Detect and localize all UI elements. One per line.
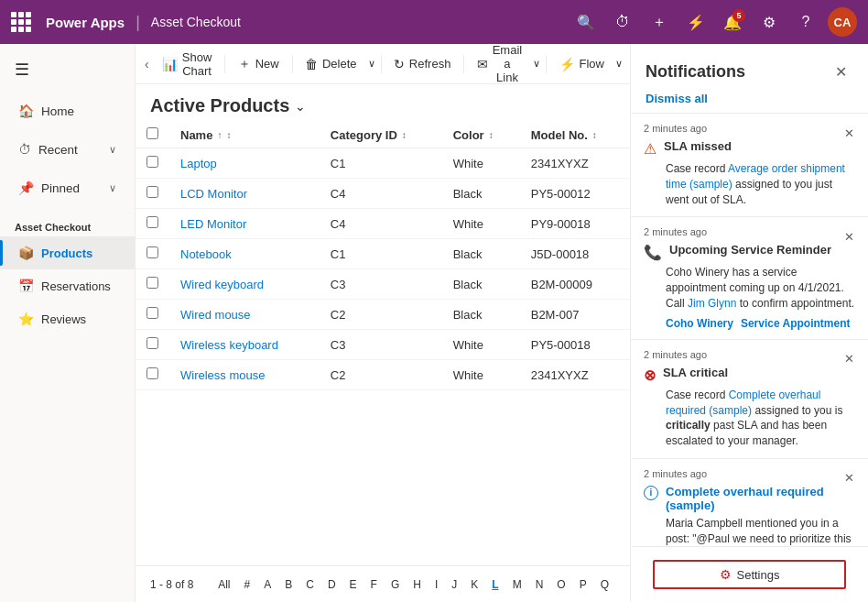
pagination-link[interactable]: N — [529, 575, 550, 595]
row-checkbox[interactable] — [146, 367, 158, 379]
notif-dismiss-4[interactable]: ✕ — [839, 468, 859, 488]
row-model: PY9-00018 — [520, 209, 630, 239]
row-checkbox[interactable] — [146, 307, 158, 319]
pagination-link[interactable]: L — [485, 575, 505, 595]
category-sort-icon[interactable]: ↕ — [402, 130, 407, 140]
search-icon[interactable]: 🔍 — [571, 7, 601, 37]
pagination-link[interactable]: K — [464, 575, 484, 595]
notif-time-4: 2 minutes ago — [644, 468, 855, 479]
pagination-link[interactable]: P — [573, 575, 593, 595]
pagination-link[interactable]: G — [385, 575, 406, 595]
delete-button[interactable]: 🗑 Delete — [298, 50, 364, 78]
overhaul-subject-link[interactable]: Complete overhaul required (sample) — [666, 485, 855, 512]
sla-missed-link[interactable]: Average order shipment time (sample) — [666, 162, 845, 191]
sidebar-item-pinned[interactable]: 📌 Pinned ∨ — [4, 170, 131, 206]
product-name-link[interactable]: Laptop — [180, 157, 217, 170]
settings-icon[interactable]: ⚙ — [754, 7, 784, 37]
row-checkbox[interactable] — [146, 246, 158, 258]
product-name-link[interactable]: Wireless mouse — [180, 368, 265, 382]
sort-toggle-icon[interactable]: ↕ — [226, 130, 231, 140]
pagination-link[interactable]: J — [445, 575, 463, 595]
sidebar-item-products[interactable]: 📦 Products — [0, 236, 135, 269]
row-checkbox[interactable] — [146, 186, 158, 198]
product-name-link[interactable]: Wireless keyboard — [180, 338, 278, 352]
product-name-link[interactable]: Wired keyboard — [180, 278, 264, 291]
sidebar-item-reservations[interactable]: 📅 Reservations — [0, 269, 135, 302]
pagination-link[interactable]: F — [364, 575, 384, 595]
pagination-link[interactable]: H — [407, 575, 428, 595]
pagination-link[interactable]: A — [257, 575, 277, 595]
select-all-checkbox[interactable] — [146, 127, 158, 139]
pagination-link[interactable]: O — [550, 575, 571, 595]
refresh-icon: ↻ — [394, 57, 405, 71]
apps-icon[interactable] — [11, 12, 31, 32]
row-name: Wired keyboard — [169, 269, 320, 300]
delete-dropdown-icon[interactable]: ∨ — [368, 51, 375, 77]
notif-dismiss-2[interactable]: ✕ — [839, 226, 859, 246]
recent-icon[interactable]: ⏱ — [608, 7, 637, 37]
pagination-link[interactable]: B — [278, 575, 298, 595]
product-name-link[interactable]: LED Monitor — [180, 217, 246, 231]
flow-label: Flow — [580, 57, 604, 71]
service-appointment-link[interactable]: Service Appointment — [741, 317, 851, 330]
pagination-link[interactable]: C — [299, 575, 320, 595]
show-chart-button[interactable]: 📊 Show Chart — [155, 50, 220, 78]
view-dropdown-icon[interactable]: ⌄ — [295, 99, 306, 114]
th-category[interactable]: Category ID ↕ — [320, 122, 442, 148]
hamburger-menu-icon[interactable]: ☰ — [0, 48, 44, 92]
dismiss-all-button[interactable]: Dismiss all — [631, 92, 868, 113]
notifications-close-button[interactable]: ✕ — [828, 59, 853, 84]
row-model: B2M-00009 — [520, 269, 630, 300]
product-name-link[interactable]: Wired mouse — [180, 308, 251, 322]
row-model: 2341XYXZ — [520, 360, 630, 390]
email-link-button[interactable]: ✉ Email a Link — [470, 50, 530, 78]
overhaul-link[interactable]: Complete overhaul required (sample) — [666, 389, 820, 417]
pagination-link[interactable]: I — [429, 575, 444, 595]
table-row: Wireless mouse C2 White 2341XYXZ — [136, 360, 630, 390]
add-icon[interactable]: ＋ — [645, 7, 674, 37]
notif-dismiss-1[interactable]: ✕ — [839, 123, 859, 143]
sidebar-item-reviews[interactable]: ⭐ Reviews — [0, 302, 135, 335]
flow-dropdown-icon[interactable]: ∨ — [615, 51, 623, 77]
email-icon: ✉ — [477, 57, 488, 71]
th-color[interactable]: Color ↕ — [442, 122, 520, 148]
coho-winery-link[interactable]: Coho Winery — [666, 317, 733, 330]
sidebar-item-recent[interactable]: ⏱ Recent ∨ — [4, 131, 131, 168]
avatar[interactable]: CA — [828, 7, 857, 37]
row-checkbox[interactable] — [146, 156, 158, 168]
back-button[interactable]: ‹ — [143, 51, 151, 77]
th-name[interactable]: Name ↑ ↕ — [169, 122, 320, 148]
product-name-link[interactable]: Notebook — [180, 247, 232, 261]
recent-chevron-icon: ∨ — [109, 144, 116, 156]
pagination-link[interactable]: M — [506, 575, 528, 595]
phone-icon: 📞 — [644, 244, 662, 261]
pagination-link[interactable]: All — [212, 575, 236, 595]
th-model[interactable]: Model No. ↕ — [520, 122, 630, 148]
flow-button[interactable]: ⚡ Flow — [552, 50, 612, 78]
pagination-link[interactable]: Q — [594, 575, 615, 595]
model-sort-icon[interactable]: ↕ — [592, 130, 597, 140]
email-dropdown-icon[interactable]: ∨ — [533, 51, 540, 77]
new-button[interactable]: ＋ New — [231, 50, 287, 78]
sidebar-item-home[interactable]: 🏠 Home — [4, 93, 131, 129]
content-area: ‹ 📊 Show Chart ＋ New 🗑 Delete ∨ ↻ Refres… — [136, 44, 630, 602]
row-color: White — [442, 148, 520, 179]
jim-glynn-link[interactable]: Jim Glynn — [688, 297, 736, 310]
row-checkbox[interactable] — [146, 337, 158, 349]
color-sort-icon[interactable]: ↕ — [489, 130, 494, 140]
product-name-link[interactable]: LCD Monitor — [180, 187, 247, 201]
pagination-link[interactable]: E — [343, 575, 363, 595]
notif-dismiss-3[interactable]: ✕ — [839, 349, 859, 369]
pagination-link[interactable]: # — [237, 575, 256, 595]
row-checkbox[interactable] — [146, 216, 158, 228]
settings-button[interactable]: ⚙ Settings — [653, 560, 847, 589]
pagination-link[interactable]: D — [321, 575, 342, 595]
notifications-icon[interactable]: 🔔 5 — [718, 7, 747, 37]
notif-subject-1: SLA missed — [664, 139, 732, 153]
refresh-button[interactable]: ↻ Refresh — [386, 50, 459, 78]
help-icon[interactable]: ? — [791, 7, 820, 37]
row-checkbox[interactable] — [146, 277, 158, 289]
show-chart-label: Show Chart — [182, 50, 212, 78]
filter-icon[interactable]: ⚡ — [681, 7, 711, 37]
row-checkbox-cell — [136, 209, 169, 239]
